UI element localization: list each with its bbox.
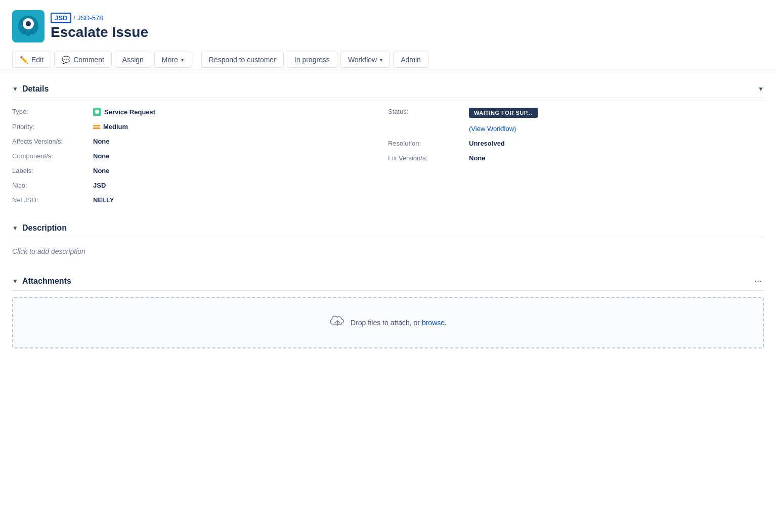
comment-label: Comment	[73, 56, 104, 64]
browse-link[interactable]: browse.	[422, 319, 447, 327]
details-left-col: Type: Service Request Priority:	[12, 104, 388, 207]
component-value[interactable]: None	[93, 152, 110, 160]
respond-label: Respond to customer	[209, 56, 276, 64]
details-section-header: ▼ Details ▼	[12, 80, 764, 98]
description-placeholder[interactable]: Click to add description	[12, 243, 764, 259]
type-value: Service Request	[93, 108, 155, 116]
status-label: Status:	[388, 108, 469, 115]
workflow-label: Workflow	[348, 56, 377, 64]
svg-rect-4	[30, 34, 34, 38]
detail-affects-version-row: Affects Version/s: None	[12, 134, 388, 149]
nel-jsd-value[interactable]: NELLY	[93, 196, 114, 204]
attachments-section: ▼ Attachments ··· Drop files to attach, …	[12, 272, 764, 348]
description-toggle[interactable]: ▼	[12, 225, 18, 232]
chevron-down-icon-workflow: ▾	[380, 57, 382, 63]
detail-resolution-row: Resolution: Unresolved	[388, 136, 764, 151]
project-code[interactable]: JSD	[51, 13, 71, 23]
priority-label: Priority:	[12, 123, 93, 130]
nel-jsd-label: Nel JSD:	[12, 196, 93, 204]
labels-value[interactable]: None	[93, 167, 110, 174]
section-title-row: ▼ Details	[12, 84, 49, 94]
details-toggle[interactable]: ▼	[12, 85, 18, 93]
drop-text-static: Drop files to attach, or	[351, 319, 422, 327]
description-section-header: ▼ Description	[12, 219, 764, 237]
fix-version-label: Fix Version/s:	[388, 154, 469, 162]
more-button[interactable]: More ▾	[154, 52, 191, 68]
file-drop-zone[interactable]: Drop files to attach, or browse.	[12, 297, 764, 348]
breadcrumb-separator: /	[73, 14, 75, 22]
upload-icon	[329, 314, 346, 331]
detail-nel-jsd-row: Nel JSD: NELLY	[12, 193, 388, 207]
svg-point-2	[26, 21, 31, 26]
description-title-row: ▼ Description	[12, 224, 67, 233]
drop-zone-text: Drop files to attach, or browse.	[351, 319, 447, 327]
main-content: ▼ Details ▼ Type: Service Request	[0, 72, 776, 369]
service-request-icon	[93, 108, 101, 116]
pencil-icon: ✏️	[20, 56, 28, 64]
status-badge[interactable]: WAITING FOR SUP...	[469, 108, 538, 118]
detail-type-row: Type: Service Request	[12, 104, 388, 119]
workflow-button[interactable]: Workflow ▾	[340, 52, 390, 68]
svg-rect-3	[23, 34, 27, 38]
nico-label: Nico:	[12, 182, 93, 189]
detail-view-workflow-row: (View Workflow)	[388, 121, 764, 136]
toolbar: ✏️ Edit 💬 Comment Assign More ▾ Respond …	[0, 48, 776, 72]
issue-id[interactable]: JSD-578	[77, 14, 103, 22]
detail-component-row: Component/s: None	[12, 149, 388, 163]
priority-medium-icon	[93, 125, 100, 129]
assign-label: Assign	[122, 56, 144, 64]
resolution-value[interactable]: Unresolved	[469, 140, 505, 147]
details-section: ▼ Details ▼ Type: Service Request	[12, 80, 764, 207]
detail-status-row: Status: WAITING FOR SUP...	[388, 104, 764, 121]
view-workflow-link[interactable]: (View Workflow)	[469, 125, 516, 132]
details-chevron-right[interactable]: ▼	[758, 85, 764, 93]
comment-button[interactable]: 💬 Comment	[54, 52, 112, 68]
detail-priority-row: Priority: Medium	[12, 119, 388, 134]
project-logo	[12, 10, 45, 42]
admin-label: Admin	[401, 56, 421, 64]
header-text: JSD / JSD-578 Escalate Issue	[51, 13, 148, 40]
affects-version-label: Affects Version/s:	[12, 138, 93, 145]
affects-version-value[interactable]: None	[93, 138, 110, 145]
status-value: WAITING FOR SUP...	[469, 108, 538, 118]
attachments-title: Attachments	[22, 277, 71, 286]
type-label: Type:	[12, 108, 93, 115]
attachments-toggle[interactable]: ▼	[12, 278, 18, 285]
fix-version-value[interactable]: None	[469, 154, 486, 162]
comment-icon: 💬	[62, 56, 70, 64]
attachments-more-button[interactable]: ···	[752, 276, 764, 286]
description-section: ▼ Description Click to add description	[12, 219, 764, 259]
chevron-down-icon: ▾	[181, 57, 184, 63]
component-label: Component/s:	[12, 152, 93, 160]
detail-fix-version-row: Fix Version/s: None	[388, 151, 764, 165]
in-progress-label: In progress	[294, 56, 330, 64]
resolution-label: Resolution:	[388, 140, 469, 147]
assign-button[interactable]: Assign	[115, 52, 151, 68]
detail-nico-row: Nico: JSD	[12, 178, 388, 193]
edit-label: Edit	[31, 56, 44, 64]
respond-button[interactable]: Respond to customer	[201, 52, 284, 68]
admin-button[interactable]: Admin	[393, 52, 428, 68]
details-grid: Type: Service Request Priority:	[12, 104, 764, 207]
detail-labels-row: Labels: None	[12, 163, 388, 178]
page-title: Escalate Issue	[51, 24, 148, 40]
in-progress-button[interactable]: In progress	[287, 52, 337, 68]
labels-label: Labels:	[12, 167, 93, 174]
attachments-section-header: ▼ Attachments ···	[12, 272, 764, 291]
details-title: Details	[22, 84, 49, 94]
attachments-title-row: ▼ Attachments	[12, 277, 71, 286]
priority-value: Medium	[93, 123, 128, 130]
page-header: JSD / JSD-578 Escalate Issue	[0, 0, 776, 48]
nico-value[interactable]: JSD	[93, 182, 106, 189]
more-label: More	[162, 56, 178, 64]
breadcrumb: JSD / JSD-578	[51, 13, 148, 23]
description-title: Description	[22, 224, 67, 233]
details-right-col: Status: WAITING FOR SUP... (View Workflo…	[388, 104, 764, 207]
edit-button[interactable]: ✏️ Edit	[12, 52, 51, 68]
